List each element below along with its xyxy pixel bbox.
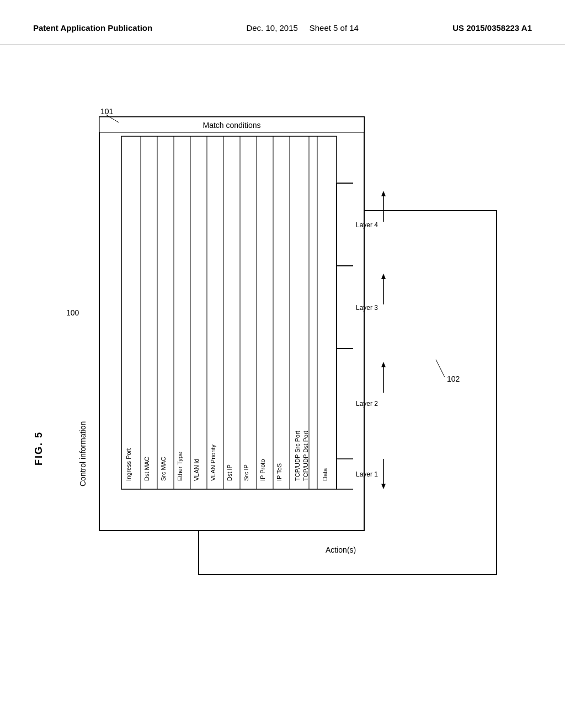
svg-text:102: 102 bbox=[447, 374, 460, 383]
svg-text:Layer 2: Layer 2 bbox=[356, 400, 378, 408]
header-right: US 2015/0358223 A1 bbox=[452, 22, 532, 34]
svg-text:Layer 1: Layer 1 bbox=[356, 470, 378, 478]
svg-text:VLAN id: VLAN id bbox=[193, 459, 200, 481]
svg-text:Src MAC: Src MAC bbox=[160, 457, 167, 481]
diagram-svg: Match conditions Ingress P bbox=[55, 73, 530, 624]
header-center: Dec. 10, 2015 Sheet 5 of 14 bbox=[246, 22, 359, 34]
svg-text:Ingress Port: Ingress Port bbox=[125, 448, 132, 481]
sheet-info: Sheet 5 of 14 bbox=[310, 23, 359, 33]
svg-text:TCP/UDP Dst Port: TCP/UDP Dst Port bbox=[302, 431, 309, 481]
svg-text:Action(s): Action(s) bbox=[326, 545, 356, 554]
svg-text:Dst MAC: Dst MAC bbox=[143, 457, 150, 481]
figure-label: FIG. 5 bbox=[33, 431, 45, 465]
svg-text:Dst IP: Dst IP bbox=[226, 464, 233, 481]
main-content: FIG. 5 Match conditions bbox=[0, 45, 565, 707]
svg-text:VLAN Priority: VLAN Priority bbox=[210, 444, 216, 481]
svg-text:Layer 4: Layer 4 bbox=[356, 221, 378, 229]
svg-text:Match conditions: Match conditions bbox=[202, 121, 260, 130]
svg-text:IP ToS: IP ToS bbox=[276, 463, 282, 481]
svg-text:Src IP: Src IP bbox=[243, 464, 249, 481]
svg-text:Control information: Control information bbox=[78, 421, 87, 486]
svg-text:Ether Type: Ether Type bbox=[177, 452, 183, 481]
page-header: Patent Application Publication Dec. 10, … bbox=[0, 0, 565, 45]
svg-marker-57 bbox=[381, 191, 386, 196]
patent-number: US 2015/0358223 A1 bbox=[452, 23, 532, 33]
svg-text:IP Proto: IP Proto bbox=[259, 459, 266, 481]
header-left: Patent Application Publication bbox=[33, 22, 152, 34]
svg-text:TCP/UDP Src Port: TCP/UDP Src Port bbox=[294, 431, 301, 481]
svg-text:Data: Data bbox=[322, 468, 328, 481]
publication-title: Patent Application Publication bbox=[33, 23, 152, 33]
svg-text:101: 101 bbox=[100, 107, 114, 116]
publication-date: Dec. 10, 2015 bbox=[246, 23, 297, 33]
svg-text:Layer 3: Layer 3 bbox=[356, 304, 378, 312]
svg-text:100: 100 bbox=[66, 308, 79, 317]
